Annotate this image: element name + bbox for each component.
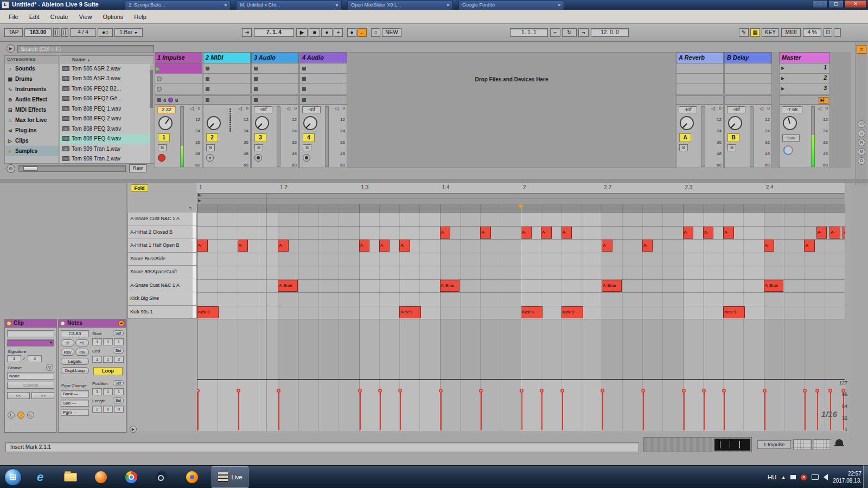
velocity-stem[interactable] bbox=[541, 391, 542, 430]
track-status-row[interactable]: 48 bbox=[155, 95, 202, 105]
midi-row-key[interactable] bbox=[193, 266, 197, 279]
nudge-up-button[interactable] bbox=[61, 28, 68, 37]
category-sounds[interactable]: ♪Sounds bbox=[5, 63, 59, 74]
menu-file[interactable]: File bbox=[3, 11, 24, 22]
network-icon[interactable] bbox=[812, 474, 819, 480]
midi-note[interactable]: A- bbox=[602, 240, 612, 252]
midi-note[interactable]: A- bbox=[379, 240, 390, 252]
arrangement-position-field[interactable]: 7. 1. 4 bbox=[254, 28, 294, 37]
taskbar-clock[interactable]: 22:57 2017.08.13. bbox=[833, 470, 861, 484]
tap-button[interactable]: TAP bbox=[4, 28, 23, 37]
commit-button[interactable]: Commit bbox=[7, 382, 54, 389]
clip-slot[interactable] bbox=[724, 74, 772, 84]
volume-icon[interactable] bbox=[824, 474, 828, 480]
solo-button[interactable]: Solo bbox=[782, 134, 800, 142]
note-grid[interactable]: 11.21.31.422.22.32.4▶▶A-A-A-A-A-A-A-A-A-… bbox=[197, 183, 845, 431]
clip-stop-icon[interactable] bbox=[254, 77, 258, 81]
velocity-handle[interactable] bbox=[277, 389, 280, 393]
midi-note[interactable]: A- bbox=[642, 240, 653, 252]
midi-row-label[interactable]: A-Snare Cust N&C 1 A bbox=[127, 279, 193, 293]
track-header-1-impulse[interactable]: 1 Impulse bbox=[155, 52, 202, 63]
gain-value[interactable]: -Inf bbox=[727, 106, 745, 113]
menu-help[interactable]: Help bbox=[129, 11, 152, 22]
close-button[interactable]: ✕ bbox=[844, 0, 867, 8]
clip-slot[interactable] bbox=[203, 63, 251, 74]
velocity-stem[interactable] bbox=[238, 391, 239, 430]
velocity-stem[interactable] bbox=[481, 391, 482, 430]
solo-button[interactable]: S bbox=[727, 144, 736, 151]
scrollbar-thumb[interactable] bbox=[150, 70, 153, 108]
session-empty-area[interactable]: Drop Files and Devices Here bbox=[348, 52, 675, 168]
velocity-handle[interactable] bbox=[803, 389, 807, 393]
velocity-handle[interactable] bbox=[560, 389, 564, 393]
end-sixteenth-field[interactable]: 2 bbox=[114, 356, 124, 363]
track-header-master[interactable]: Master bbox=[779, 52, 830, 63]
track-activator[interactable]: B bbox=[727, 133, 739, 142]
stop-clips-icon[interactable] bbox=[206, 98, 209, 102]
clip-stop-icon[interactable] bbox=[302, 77, 306, 81]
midi-note[interactable]: A- bbox=[541, 227, 552, 239]
track-activator[interactable]: 1 bbox=[158, 133, 170, 142]
start-button[interactable]: ⊞ bbox=[4, 468, 22, 486]
file-row[interactable]: ≈Tom 909 Tran 1.wav bbox=[60, 144, 154, 154]
velocity-handle[interactable] bbox=[540, 389, 544, 393]
set-end-button[interactable]: Set bbox=[113, 348, 124, 354]
stop-button[interactable]: ■ bbox=[309, 28, 320, 37]
midi-row-label[interactable]: A-HiHat 2 Closed B bbox=[127, 226, 193, 240]
midi-row-key[interactable] bbox=[193, 306, 197, 319]
arm-button[interactable] bbox=[254, 154, 262, 162]
velocity-fold-icon[interactable]: ▶ bbox=[130, 426, 137, 433]
volume-knob[interactable] bbox=[728, 116, 742, 130]
start-bar-field[interactable]: 1 bbox=[92, 338, 102, 345]
slider-thumb[interactable] bbox=[23, 166, 37, 171]
midi-note[interactable]: A- bbox=[359, 240, 370, 252]
tab-close-icon[interactable]: ✕ bbox=[445, 3, 451, 8]
track-activator[interactable]: 2 bbox=[206, 133, 218, 142]
midi-row-key[interactable] bbox=[193, 239, 197, 253]
midi-note[interactable]: A-Snar bbox=[764, 280, 783, 292]
legato-button[interactable]: Legato bbox=[61, 358, 89, 365]
set-position-button[interactable]: Set bbox=[113, 380, 124, 386]
loop-start-icon[interactable]: ▶ bbox=[198, 198, 201, 203]
loop-marker-row[interactable] bbox=[197, 194, 845, 199]
velocity-handle[interactable] bbox=[439, 389, 443, 393]
clip-stop-icon[interactable] bbox=[206, 77, 209, 81]
length-sixteenth-field[interactable]: 0 bbox=[114, 406, 124, 413]
velocity-stem[interactable] bbox=[704, 391, 705, 430]
track-status-row[interactable] bbox=[299, 95, 347, 105]
headphone-icon[interactable]: ∩ bbox=[188, 205, 192, 211]
velocity-stem[interactable] bbox=[805, 391, 806, 430]
preview-speaker-icon[interactable]: ◎ bbox=[7, 164, 15, 173]
velocity-handle[interactable] bbox=[378, 389, 382, 393]
track-header-3-audio[interactable]: 3 Audio bbox=[251, 52, 299, 63]
search-input[interactable]: Search (Ctrl + F) bbox=[17, 45, 154, 53]
new-button[interactable]: NEW bbox=[382, 28, 401, 37]
midi-row-label[interactable]: Kick 90s 1 bbox=[127, 306, 193, 319]
horizontal-divider[interactable] bbox=[0, 179, 868, 183]
midi-row-key[interactable] bbox=[193, 226, 197, 240]
clip-slot[interactable] bbox=[251, 63, 299, 74]
notes-panel-header[interactable]: Notes+ bbox=[59, 319, 126, 328]
file-list-header[interactable]: Name ▲ bbox=[60, 56, 154, 63]
file-row[interactable]: ≈Tom 808 PEQ 3.wav bbox=[60, 124, 154, 134]
velocity-stem[interactable] bbox=[380, 391, 381, 430]
clip-slot[interactable] bbox=[724, 63, 772, 74]
clip-stop-icon[interactable] bbox=[254, 87, 258, 91]
fold-button[interactable]: Fold bbox=[131, 184, 148, 192]
track-status-row[interactable] bbox=[203, 95, 251, 105]
file-row[interactable]: ≈Tom 808 PEQ 1.wav bbox=[60, 104, 154, 114]
clip-stop-icon[interactable] bbox=[206, 87, 209, 91]
loop-marker-row[interactable] bbox=[197, 199, 845, 204]
record-button[interactable]: ● bbox=[321, 28, 333, 37]
midi-note[interactable]: A- bbox=[480, 227, 491, 239]
file-row[interactable]: ≈Tom 606 PEQ2 G#... bbox=[60, 94, 154, 104]
tab-close-icon[interactable]: ✕ bbox=[334, 3, 340, 8]
midi-note[interactable]: A- bbox=[683, 227, 694, 239]
background-tab[interactable]: Google Fordító✕ bbox=[458, 1, 564, 10]
midi-row-key[interactable] bbox=[193, 213, 197, 226]
loop-start-icon[interactable]: ▶ bbox=[198, 193, 201, 197]
velocity-handle[interactable] bbox=[601, 389, 604, 393]
clip-slot[interactable] bbox=[251, 74, 299, 84]
midi-row-label[interactable]: Snare 80sSpaceCraft bbox=[127, 266, 193, 279]
scene-play-icon[interactable]: ▶ bbox=[781, 66, 784, 70]
